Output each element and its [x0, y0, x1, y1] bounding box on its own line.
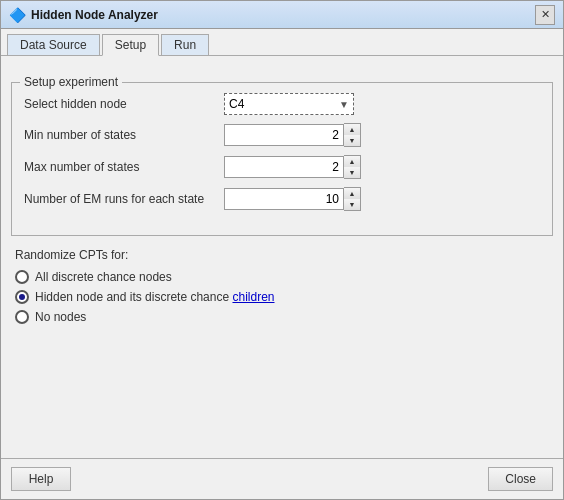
select-hidden-node-row: Select hidden node C4 ▼	[24, 93, 540, 115]
radio-all-discrete-label: All discrete chance nodes	[35, 270, 172, 284]
radio-all-discrete-row: All discrete chance nodes	[15, 270, 549, 284]
max-states-label: Max number of states	[24, 160, 224, 174]
close-button[interactable]: Close	[488, 467, 553, 491]
tab-setup[interactable]: Setup	[102, 34, 159, 56]
dropdown-arrow-icon: ▼	[339, 99, 349, 110]
em-runs-control: ▲ ▼	[224, 187, 540, 211]
hidden-node-value: C4	[229, 97, 244, 111]
radio-no-nodes-row: No nodes	[15, 310, 549, 324]
tab-bar: Data Source Setup Run	[1, 29, 563, 56]
hidden-node-dropdown[interactable]: C4 ▼	[224, 93, 354, 115]
em-runs-input[interactable]	[224, 188, 344, 210]
children-highlight: children	[232, 290, 274, 304]
max-states-row: Max number of states ▲ ▼	[24, 155, 540, 179]
max-states-control: ▲ ▼	[224, 155, 540, 179]
select-hidden-node-control: C4 ▼	[224, 93, 540, 115]
randomize-section: Randomize CPTs for: All discrete chance …	[11, 248, 553, 324]
min-states-label: Min number of states	[24, 128, 224, 142]
window-title: Hidden Node Analyzer	[31, 8, 158, 22]
em-runs-label: Number of EM runs for each state	[24, 192, 224, 206]
radio-no-nodes-button[interactable]	[15, 310, 29, 324]
tab-run[interactable]: Run	[161, 34, 209, 56]
setup-group-title: Setup experiment	[20, 75, 122, 89]
radio-no-nodes-label: No nodes	[35, 310, 86, 324]
content-area: Setup experiment Select hidden node C4 ▼…	[1, 56, 563, 458]
min-states-up-button[interactable]: ▲	[344, 124, 360, 135]
em-runs-down-button[interactable]: ▼	[344, 199, 360, 210]
radio-hidden-node-row: Hidden node and its discrete chance chil…	[15, 290, 549, 304]
window-close-button[interactable]: ✕	[535, 5, 555, 25]
max-states-up-button[interactable]: ▲	[344, 156, 360, 167]
max-states-down-button[interactable]: ▼	[344, 167, 360, 178]
min-states-spinner-buttons: ▲ ▼	[344, 123, 361, 147]
title-bar: 🔷 Hidden Node Analyzer ✕	[1, 1, 563, 29]
title-bar-left: 🔷 Hidden Node Analyzer	[9, 7, 158, 23]
em-runs-up-button[interactable]: ▲	[344, 188, 360, 199]
footer: Help Close	[1, 458, 563, 499]
radio-hidden-node-label: Hidden node and its discrete chance chil…	[35, 290, 275, 304]
select-hidden-node-label: Select hidden node	[24, 97, 224, 111]
min-states-spinner: ▲ ▼	[224, 123, 361, 147]
min-states-control: ▲ ▼	[224, 123, 540, 147]
setup-experiment-group: Setup experiment Select hidden node C4 ▼…	[11, 82, 553, 236]
min-states-down-button[interactable]: ▼	[344, 135, 360, 146]
main-window: 🔷 Hidden Node Analyzer ✕ Data Source Set…	[0, 0, 564, 500]
tab-data-source[interactable]: Data Source	[7, 34, 100, 56]
em-runs-spinner: ▲ ▼	[224, 187, 361, 211]
min-states-row: Min number of states ▲ ▼	[24, 123, 540, 147]
max-states-spinner: ▲ ▼	[224, 155, 361, 179]
help-button[interactable]: Help	[11, 467, 71, 491]
max-states-spinner-buttons: ▲ ▼	[344, 155, 361, 179]
radio-all-discrete-button[interactable]	[15, 270, 29, 284]
max-states-input[interactable]	[224, 156, 344, 178]
em-runs-row: Number of EM runs for each state ▲ ▼	[24, 187, 540, 211]
em-runs-spinner-buttons: ▲ ▼	[344, 187, 361, 211]
radio-hidden-node-button[interactable]	[15, 290, 29, 304]
min-states-input[interactable]	[224, 124, 344, 146]
app-icon: 🔷	[9, 7, 25, 23]
randomize-label: Randomize CPTs for:	[15, 248, 549, 262]
